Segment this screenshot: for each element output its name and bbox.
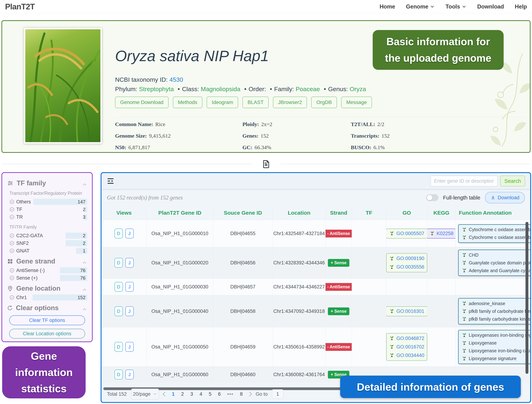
info-label: BUSCO: (351, 144, 371, 150)
column-header-plant2t-gene-id[interactable]: PlanT2T Gene ID (147, 206, 213, 220)
ncbi-id-link[interactable]: 4530 (170, 76, 183, 83)
kegg-badge[interactable]: K02258 (427, 228, 456, 239)
filter-option-chr1[interactable]: Chr1152 (7, 294, 87, 301)
view-detail-button[interactable]: D (114, 342, 123, 352)
jbrowser2-button[interactable]: JBrowser2 (273, 97, 307, 108)
go-link[interactable]: GO:0046872 (389, 336, 424, 341)
filter-option-antisense[interactable]: AntiSense (-)76 (7, 267, 87, 274)
orgdb-button[interactable]: OrgDB (311, 97, 337, 108)
page-ellipsis[interactable]: ••• (227, 391, 233, 397)
full-length-toggle[interactable] (426, 194, 438, 201)
page-4[interactable]: 4 (200, 391, 202, 397)
chevron-up-icon[interactable] (82, 306, 87, 312)
info-transcripts: Transcripts:152 (351, 132, 438, 139)
go-link[interactable]: GO:0016301 (396, 308, 424, 314)
view-jbrowser-button[interactable]: J (125, 282, 134, 292)
page-1[interactable]: 1 (172, 391, 175, 397)
filter-option-sense[interactable]: Sense (+)76 (7, 274, 87, 282)
column-header-views[interactable]: Views (101, 206, 147, 220)
page-5[interactable]: 5 (209, 391, 212, 397)
ideogram-button[interactable]: Ideogram (207, 97, 238, 108)
document-icon-wrap[interactable] (262, 159, 271, 169)
view-detail-button[interactable]: D (114, 282, 123, 292)
taxonomy-value-link[interactable]: Magnoliopsida (201, 85, 240, 92)
section-header-clear-options[interactable]: Clear options (7, 304, 87, 312)
taxonomy-value-link[interactable]: Poaceae (296, 85, 320, 92)
page-2[interactable]: 2 (181, 391, 184, 397)
view-detail-button[interactable]: D (114, 370, 123, 379)
column-header-location[interactable]: Location (273, 206, 325, 220)
clear-location-options-button[interactable]: Clear Location options (9, 329, 85, 339)
section-divider (2, 159, 530, 169)
section-header-gene-location[interactable]: Gene location (7, 285, 87, 292)
nav-item-download[interactable]: Download (477, 3, 504, 10)
filter-option-tr[interactable]: TR3 (7, 213, 87, 221)
taxonomy-value-link[interactable]: Streptophyta (139, 85, 174, 92)
collapse-menu-icon[interactable] (107, 177, 114, 185)
column-header-tf[interactable]: TF (352, 206, 386, 220)
go-link[interactable]: GO:0035556 (389, 264, 424, 270)
gene-id-cell: Osa_NIP_H1_01G000060 (147, 367, 213, 383)
column-header-strand[interactable]: Strand (325, 206, 352, 220)
info-label: N50: (115, 144, 126, 150)
nav-item-genome[interactable]: Genome (406, 3, 435, 10)
view-detail-button[interactable]: D (114, 306, 123, 316)
page-size-select[interactable]: 20/page (131, 389, 159, 399)
view-jbrowser-button[interactable]: J (125, 306, 134, 316)
info-value: 2x=2 (261, 121, 272, 127)
filter-option-snf2[interactable]: SNF22 (7, 239, 87, 247)
chevron-up-icon[interactable] (82, 260, 87, 265)
vertical-scrollbar[interactable] (526, 222, 528, 374)
view-detail-button[interactable]: D (114, 258, 123, 268)
section-header-gene-strand[interactable]: Gene strand (7, 258, 87, 265)
column-header-souce-gene-id[interactable]: Souce Gene ID (213, 206, 273, 220)
go-badge[interactable]: GO:0005507 (386, 228, 427, 239)
kegg-link[interactable]: K02258 (437, 231, 453, 236)
filter-option-gnat[interactable]: GNAT1 (7, 247, 87, 255)
go-link[interactable]: GO:0016702 (389, 344, 424, 350)
check-circle-icon (9, 207, 14, 212)
download-button[interactable]: Download (485, 192, 525, 203)
view-jbrowser-button[interactable]: J (125, 342, 134, 352)
go-badge[interactable]: GO:0016301 (386, 306, 427, 316)
info-value: 66.34% (254, 144, 271, 150)
go-link[interactable]: GO:0034440 (389, 353, 424, 358)
nav-item-help[interactable]: Help (515, 3, 527, 10)
clear-tf-options-button[interactable]: Clear TF options (9, 315, 85, 325)
nav-item-tools[interactable]: Tools (445, 3, 466, 10)
filter-option-others[interactable]: Others147 (7, 198, 87, 206)
tf-cell (352, 220, 386, 247)
search-button[interactable]: Search (500, 176, 525, 186)
taxonomy-value-link[interactable]: Oryza (349, 85, 366, 92)
search-input[interactable] (431, 176, 498, 186)
app-logo[interactable]: PlanT2T (5, 2, 35, 11)
column-header-kegg[interactable]: KEGG (427, 206, 456, 220)
view-detail-button[interactable]: D (114, 228, 123, 238)
blast-button[interactable]: BLAST (242, 97, 269, 108)
chevron-up-icon[interactable] (82, 182, 87, 187)
page-8[interactable]: 8 (240, 391, 243, 397)
page-3[interactable]: 3 (190, 391, 193, 397)
goto-page-input[interactable] (272, 389, 283, 399)
go-link[interactable]: GO:0009190 (389, 256, 424, 261)
column-header-function-annotation[interactable]: Function Annotation (456, 206, 530, 220)
column-header-go[interactable]: GO (386, 206, 427, 220)
genome-download-button[interactable]: Genome Download (115, 97, 169, 108)
section-header-tf-family[interactable]: TF family (7, 179, 87, 187)
nav-item-home[interactable]: Home (380, 3, 395, 10)
filter-option-c2c2-gata[interactable]: C2C2-GATA2 (7, 232, 87, 239)
views-cell: DJ (101, 247, 147, 278)
view-jbrowser-button[interactable]: J (125, 370, 134, 379)
view-jbrowser-button[interactable]: J (125, 228, 134, 238)
methods-button[interactable]: Methods (173, 97, 202, 108)
next-page-button[interactable] (247, 392, 252, 396)
filter-option-tf[interactable]: TF2 (7, 206, 87, 213)
prev-page-button[interactable] (163, 392, 167, 396)
page-6[interactable]: 6 (218, 391, 221, 397)
view-jbrowser-button[interactable]: J (125, 258, 134, 268)
kegg-cell (427, 279, 456, 295)
info-label: Common Name: (115, 121, 153, 127)
message-button[interactable]: Message (341, 97, 372, 108)
go-link[interactable]: GO:0005507 (396, 231, 424, 236)
chevron-up-icon[interactable] (82, 287, 87, 293)
